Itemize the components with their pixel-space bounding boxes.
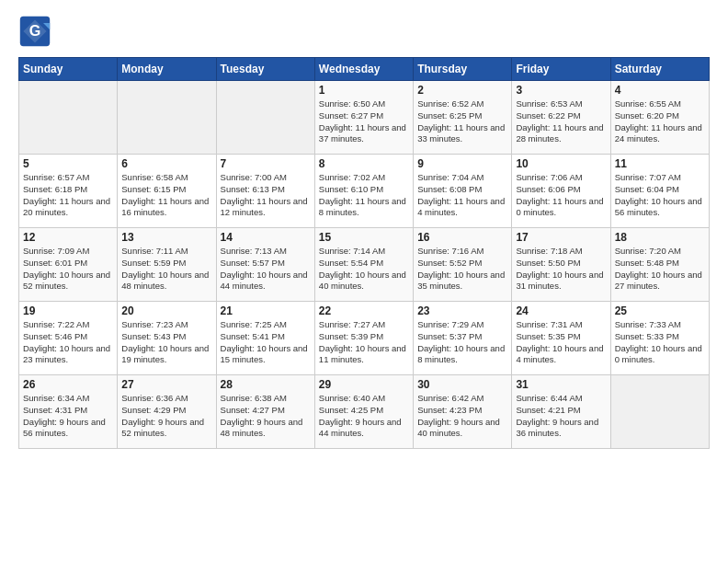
day-number: 6 [121,157,211,170]
day-info: Sunrise: 7:25 AM Sunset: 5:41 PM Dayligh… [221,319,311,366]
col-header-sunday: Sunday [19,58,118,81]
day-info: Sunrise: 7:14 AM Sunset: 5:54 PM Dayligh… [319,246,409,293]
day-cell: 20Sunrise: 7:23 AM Sunset: 5:43 PM Dayli… [118,302,216,375]
week-row-5: 26Sunrise: 6:34 AM Sunset: 4:31 PM Dayli… [19,375,710,449]
day-info: Sunrise: 7:23 AM Sunset: 5:43 PM Dayligh… [121,319,211,366]
day-info: Sunrise: 7:20 AM Sunset: 5:48 PM Dayligh… [615,246,705,293]
day-info: Sunrise: 7:33 AM Sunset: 5:33 PM Dayligh… [615,319,705,366]
day-number: 16 [417,231,507,244]
day-number: 1 [319,84,409,97]
col-header-tuesday: Tuesday [216,58,314,81]
day-info: Sunrise: 6:55 AM Sunset: 6:20 PM Dayligh… [615,98,705,145]
day-info: Sunrise: 6:44 AM Sunset: 4:21 PM Dayligh… [516,393,606,440]
header: G [18,15,710,48]
day-cell: 21Sunrise: 7:25 AM Sunset: 5:41 PM Dayli… [216,302,314,375]
day-cell: 3Sunrise: 6:53 AM Sunset: 6:22 PM Daylig… [512,81,610,155]
day-cell: 22Sunrise: 7:27 AM Sunset: 5:39 PM Dayli… [314,302,413,375]
day-info: Sunrise: 6:52 AM Sunset: 6:25 PM Dayligh… [417,98,507,145]
day-info: Sunrise: 7:29 AM Sunset: 5:37 PM Dayligh… [417,319,507,366]
calendar-table: SundayMondayTuesdayWednesdayThursdayFrid… [18,57,710,449]
day-cell: 17Sunrise: 7:18 AM Sunset: 5:50 PM Dayli… [512,228,610,302]
day-number: 20 [121,304,211,317]
day-number: 3 [516,84,606,97]
day-info: Sunrise: 6:50 AM Sunset: 6:27 PM Dayligh… [319,98,409,145]
day-number: 2 [417,84,507,97]
day-info: Sunrise: 7:09 AM Sunset: 6:01 PM Dayligh… [23,246,113,293]
day-cell: 11Sunrise: 7:07 AM Sunset: 6:04 PM Dayli… [610,155,709,228]
day-number: 17 [516,231,606,244]
day-info: Sunrise: 7:00 AM Sunset: 6:13 PM Dayligh… [221,172,311,219]
day-info: Sunrise: 6:57 AM Sunset: 6:18 PM Dayligh… [23,172,113,219]
day-cell: 25Sunrise: 7:33 AM Sunset: 5:33 PM Dayli… [610,302,709,375]
day-cell: 1Sunrise: 6:50 AM Sunset: 6:27 PM Daylig… [314,81,413,155]
day-cell [216,81,314,155]
day-number: 18 [615,231,705,244]
day-cell [19,81,118,155]
day-cell: 18Sunrise: 7:20 AM Sunset: 5:48 PM Dayli… [610,228,709,302]
day-number: 30 [417,378,507,391]
day-cell: 7Sunrise: 7:00 AM Sunset: 6:13 PM Daylig… [216,155,314,228]
day-info: Sunrise: 6:53 AM Sunset: 6:22 PM Dayligh… [516,98,606,145]
day-number: 26 [23,378,113,391]
week-row-1: 1Sunrise: 6:50 AM Sunset: 6:27 PM Daylig… [19,81,710,155]
logo-icon: G [18,15,51,48]
day-cell: 16Sunrise: 7:16 AM Sunset: 5:52 PM Dayli… [414,228,512,302]
day-cell: 30Sunrise: 6:42 AM Sunset: 4:23 PM Dayli… [414,375,512,449]
day-cell: 12Sunrise: 7:09 AM Sunset: 6:01 PM Dayli… [19,228,118,302]
day-cell: 8Sunrise: 7:02 AM Sunset: 6:10 PM Daylig… [314,155,413,228]
day-cell: 23Sunrise: 7:29 AM Sunset: 5:37 PM Dayli… [414,302,512,375]
day-number: 10 [516,157,606,170]
page: G SundayMondayTuesdayWednesdayThursdayFr… [0,0,728,458]
day-number: 12 [23,231,113,244]
day-number: 4 [615,84,705,97]
day-number: 31 [516,378,606,391]
day-cell: 28Sunrise: 6:38 AM Sunset: 4:27 PM Dayli… [216,375,314,449]
day-info: Sunrise: 7:02 AM Sunset: 6:10 PM Dayligh… [319,172,409,219]
day-cell: 19Sunrise: 7:22 AM Sunset: 5:46 PM Dayli… [19,302,118,375]
day-cell: 24Sunrise: 7:31 AM Sunset: 5:35 PM Dayli… [512,302,610,375]
col-header-monday: Monday [118,58,216,81]
day-info: Sunrise: 7:06 AM Sunset: 6:06 PM Dayligh… [516,172,606,219]
day-number: 24 [516,304,606,317]
week-row-4: 19Sunrise: 7:22 AM Sunset: 5:46 PM Dayli… [19,302,710,375]
day-info: Sunrise: 6:42 AM Sunset: 4:23 PM Dayligh… [417,393,507,440]
day-cell: 4Sunrise: 6:55 AM Sunset: 6:20 PM Daylig… [610,81,709,155]
day-info: Sunrise: 7:11 AM Sunset: 5:59 PM Dayligh… [121,246,211,293]
day-number: 19 [23,304,113,317]
day-cell: 13Sunrise: 7:11 AM Sunset: 5:59 PM Dayli… [118,228,216,302]
day-number: 29 [319,378,409,391]
day-info: Sunrise: 7:04 AM Sunset: 6:08 PM Dayligh… [417,172,507,219]
svg-text:G: G [29,22,41,39]
day-cell: 14Sunrise: 7:13 AM Sunset: 5:57 PM Dayli… [216,228,314,302]
day-cell: 27Sunrise: 6:36 AM Sunset: 4:29 PM Dayli… [118,375,216,449]
day-number: 9 [417,157,507,170]
day-info: Sunrise: 7:22 AM Sunset: 5:46 PM Dayligh… [23,319,113,366]
day-info: Sunrise: 6:36 AM Sunset: 4:29 PM Dayligh… [121,393,211,440]
day-number: 15 [319,231,409,244]
day-number: 28 [221,378,311,391]
day-number: 25 [615,304,705,317]
day-number: 7 [221,157,311,170]
day-info: Sunrise: 6:38 AM Sunset: 4:27 PM Dayligh… [221,393,311,440]
day-info: Sunrise: 6:40 AM Sunset: 4:25 PM Dayligh… [319,393,409,440]
week-row-2: 5Sunrise: 6:57 AM Sunset: 6:18 PM Daylig… [19,155,710,228]
day-info: Sunrise: 6:34 AM Sunset: 4:31 PM Dayligh… [23,393,113,440]
day-info: Sunrise: 7:13 AM Sunset: 5:57 PM Dayligh… [221,246,311,293]
col-header-friday: Friday [512,58,610,81]
day-cell: 5Sunrise: 6:57 AM Sunset: 6:18 PM Daylig… [19,155,118,228]
col-header-thursday: Thursday [414,58,512,81]
col-header-saturday: Saturday [610,58,709,81]
day-number: 11 [615,157,705,170]
day-cell: 29Sunrise: 6:40 AM Sunset: 4:25 PM Dayli… [314,375,413,449]
day-number: 5 [23,157,113,170]
day-number: 21 [221,304,311,317]
col-header-wednesday: Wednesday [314,58,413,81]
day-info: Sunrise: 7:16 AM Sunset: 5:52 PM Dayligh… [417,246,507,293]
day-cell: 9Sunrise: 7:04 AM Sunset: 6:08 PM Daylig… [414,155,512,228]
day-number: 14 [221,231,311,244]
day-cell [610,375,709,449]
week-row-3: 12Sunrise: 7:09 AM Sunset: 6:01 PM Dayli… [19,228,710,302]
day-info: Sunrise: 7:18 AM Sunset: 5:50 PM Dayligh… [516,246,606,293]
day-number: 23 [417,304,507,317]
day-cell: 10Sunrise: 7:06 AM Sunset: 6:06 PM Dayli… [512,155,610,228]
